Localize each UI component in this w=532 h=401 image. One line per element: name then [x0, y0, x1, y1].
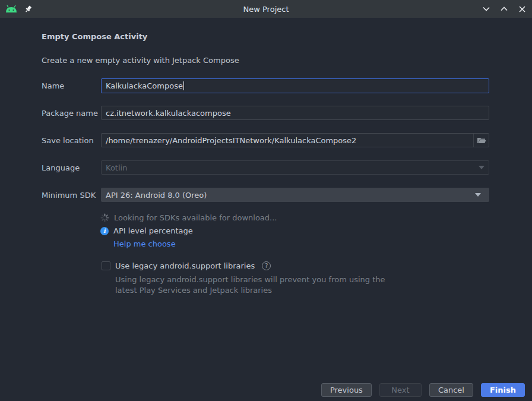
minimum-sdk-dropdown[interactable]: API 26: Android 8.0 (Oreo): [101, 188, 489, 202]
help-question-icon[interactable]: ?: [262, 261, 271, 270]
text-caret: [183, 81, 184, 90]
save-location-input[interactable]: /home/trenazery/AndroidProjectsITNetwork…: [101, 133, 489, 147]
minimum-sdk-label: Minimum SDK: [42, 191, 96, 200]
save-location-value: /home/trenazery/AndroidProjectsITNetwork…: [106, 136, 356, 145]
name-label: Name: [42, 81, 64, 90]
api-level-text: API level percentage: [113, 226, 193, 235]
name-value: KalkulackaCompose: [106, 81, 183, 90]
cancel-button[interactable]: Cancel: [429, 383, 473, 397]
window-title: New Project: [0, 5, 532, 14]
minimum-sdk-value: API 26: Android 8.0 (Oreo): [106, 191, 207, 200]
legacy-description-line1: Using legacy android.support libraries w…: [115, 275, 385, 284]
loading-spinner-icon: [100, 213, 109, 222]
android-logo-icon: [5, 5, 18, 13]
title-bar: New Project: [0, 0, 532, 18]
window-maximize-button[interactable]: [498, 2, 511, 15]
dialog-button-bar: Previous Next Cancel Finish: [321, 383, 525, 397]
folder-icon: [477, 137, 486, 144]
previous-button[interactable]: Previous: [321, 383, 372, 397]
package-name-value: cz.itnetwork.kalkulackacompose: [106, 109, 231, 118]
window-minimize-button[interactable]: [480, 2, 493, 15]
name-input[interactable]: KalkulackaCompose: [101, 78, 489, 93]
window-close-button[interactable]: [515, 2, 528, 15]
language-dropdown: Kotlin: [101, 160, 489, 175]
legacy-description-line2: latest Play Services and Jetpack librari…: [115, 286, 272, 295]
browse-folder-button[interactable]: [473, 134, 489, 147]
page-subtitle: Create a new empty activity with Jetpack…: [42, 56, 239, 65]
help-me-choose-link[interactable]: Help me choose: [113, 239, 176, 248]
chevron-down-icon: [475, 193, 481, 197]
info-icon: i: [100, 227, 109, 235]
package-name-input[interactable]: cz.itnetwork.kalkulackacompose: [101, 106, 489, 120]
page-title: Empty Compose Activity: [42, 32, 147, 41]
finish-button[interactable]: Finish: [481, 383, 525, 397]
pin-icon[interactable]: [24, 5, 33, 14]
package-name-label: Package name: [42, 109, 98, 118]
sdk-loading-text: Looking for SDKs available for download.…: [114, 213, 277, 222]
language-label: Language: [42, 163, 80, 172]
next-button: Next: [379, 383, 422, 397]
chevron-down-icon: [479, 166, 484, 169]
save-location-label: Save location: [42, 136, 94, 145]
legacy-checkbox-label: Use legacy android.support libraries: [115, 261, 255, 270]
legacy-libraries-checkbox[interactable]: [102, 261, 110, 270]
language-value: Kotlin: [106, 163, 127, 172]
